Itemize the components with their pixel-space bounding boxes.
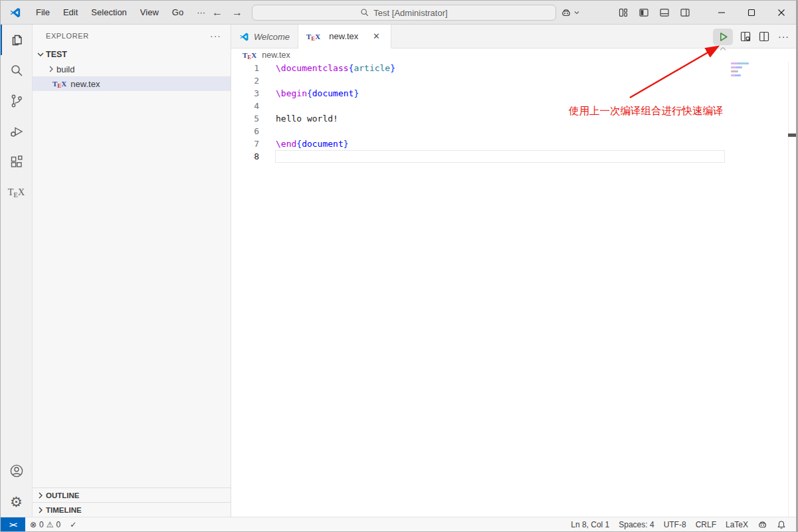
toggle-panel-icon[interactable] [659,7,670,18]
line-number: 5 [231,112,259,125]
error-icon: ⊗ [30,520,37,529]
check-icon: ✓ [70,520,76,529]
tab-label: Welcome [254,32,290,42]
code-token: \end [276,139,296,149]
minimap-line [731,66,742,68]
problems-status[interactable]: ⊗ 0 ⚠ 0 [25,517,65,532]
vscode-logo-icon [239,32,249,42]
customize-layout-icon[interactable] [618,7,629,18]
remote-indicator[interactable]: >< [1,517,25,532]
code-line: 7 \end{document} [231,137,725,150]
close-icon [777,8,786,17]
code-token: article [353,63,390,73]
nav-forward-icon[interactable]: → [232,7,243,19]
timeline-section[interactable]: TIMELINE [33,502,231,517]
folder-build[interactable]: build [33,62,231,76]
toggle-secondary-sidebar-icon[interactable] [680,7,690,18]
window-close-button[interactable] [766,1,796,25]
indentation-status[interactable]: Spaces: 4 [614,517,658,532]
tab-new-tex[interactable]: TEX new.tex ✕ [298,25,391,48]
folder-label: build [56,64,74,74]
code-token: document [312,88,354,98]
tab-bar: Welcome TEX new.tex ✕ [231,25,796,48]
command-center-search[interactable]: Test [Administrator] [252,5,556,21]
account-icon [9,463,25,479]
window-minimize-button[interactable] [706,1,736,25]
chevron-right-icon [35,505,46,515]
editor-more-actions[interactable]: ··· [777,31,791,42]
view-pdf-icon[interactable] [740,31,751,43]
vscode-logo-icon [9,7,21,19]
extensions-icon [9,154,25,170]
folder-root-test[interactable]: TEST [33,47,231,62]
editor-area: Welcome TEX new.tex ✕ [231,25,796,517]
error-count: 0 [39,520,44,529]
tab-welcome[interactable]: Welcome [231,25,298,48]
copilot-icon [561,7,571,18]
toggle-primary-sidebar-icon[interactable] [639,7,649,18]
split-editor-icon[interactable] [758,31,770,43]
activity-latex-workshop[interactable]: TEX [1,177,32,208]
line-number: 4 [231,100,259,112]
current-line-highlight [275,150,725,163]
minimap[interactable] [731,62,753,78]
cursor-position-status[interactable]: Ln 8, Col 1 [566,517,614,532]
breadcrumb[interactable]: TEX new.tex [231,48,796,62]
copilot-menu[interactable] [561,1,580,25]
tex-icon: TEX [8,187,25,198]
activity-bar-spacer [1,208,32,456]
language-mode-status[interactable]: LaTeX [721,517,753,532]
explorer-icon [9,32,25,48]
activity-run-debug[interactable] [1,116,32,147]
menu-go[interactable]: Go [165,4,190,21]
chevron-right-icon [35,490,46,501]
remote-icon: >< [9,521,17,529]
line-number: 8 [231,150,259,163]
explorer-sidebar: EXPLORER ··· TEST build TEX new.tex [33,25,231,517]
tex-file-icon: TEX [243,51,256,59]
bell-icon [777,520,786,529]
activity-explorer[interactable] [1,25,32,55]
code-token: } [353,88,359,98]
copilot-icon [757,519,767,529]
root-folder-label: TEST [46,50,67,59]
encoding-status[interactable]: UTF-8 [659,517,691,532]
copilot-status[interactable] [753,517,772,532]
gear-icon: ⚙ [10,495,23,509]
activity-extensions[interactable] [1,147,32,177]
nav-back-icon[interactable]: ← [212,7,223,19]
activity-source-control[interactable] [1,86,32,116]
code-line: 4 [231,100,725,112]
file-label: new.tex [70,79,100,89]
explorer-more-actions[interactable]: ··· [210,31,221,41]
menu-view[interactable]: View [134,4,165,21]
latex-build-status[interactable]: ✓ [65,517,81,532]
code-line: 1 \documentclass{article} [231,62,725,74]
build-latex-button[interactable] [713,29,733,45]
code-editor[interactable]: 1 \documentclass{article} 2 3 \begin{doc… [231,62,725,163]
outline-label: OUTLINE [46,491,79,499]
activity-account[interactable] [1,456,32,486]
eol-status[interactable]: CRLF [691,517,721,532]
line-number: 2 [231,74,259,87]
timeline-label: TIMELINE [46,506,82,514]
line-number: 6 [231,125,259,137]
code-line: 2 [231,74,725,87]
tex-file-icon: TEX [52,80,66,88]
editor-actions: ··· [713,25,791,48]
activity-search[interactable] [1,55,32,86]
menu-selection[interactable]: Selection [84,4,133,21]
menu-more[interactable]: ··· [190,4,212,21]
window-maximize-button[interactable] [736,1,766,25]
notifications-bell[interactable] [772,517,791,532]
tab-close-icon[interactable]: ✕ [369,30,383,43]
menu-file[interactable]: File [29,4,56,21]
activity-settings[interactable]: ⚙ [1,486,32,517]
outline-section[interactable]: OUTLINE [33,488,231,502]
menu-edit[interactable]: Edit [56,4,84,21]
file-new-tex[interactable]: TEX new.tex [33,76,231,91]
minimap-line [731,70,738,72]
overview-ruler-separator [788,62,789,517]
minimap-line [731,62,749,64]
code-token: } [390,63,395,73]
